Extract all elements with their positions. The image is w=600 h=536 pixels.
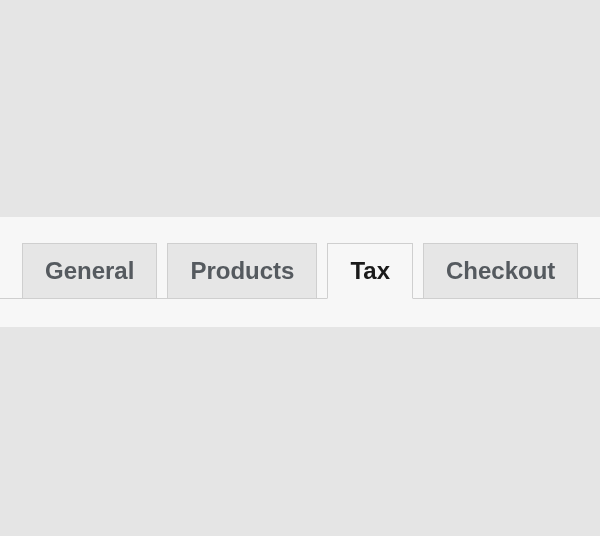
tab-checkout[interactable]: Checkout	[423, 243, 578, 299]
tabbar-panel: General Products Tax Checkout	[0, 217, 600, 327]
settings-screen: General Products Tax Checkout	[0, 0, 600, 536]
tab-general[interactable]: General	[22, 243, 157, 299]
tab-label: Checkout	[446, 259, 555, 283]
tab-label: Tax	[350, 259, 390, 283]
tabbar: General Products Tax Checkout	[22, 243, 600, 299]
tab-label: Products	[190, 259, 294, 283]
tab-tax[interactable]: Tax	[327, 243, 413, 299]
tab-products[interactable]: Products	[167, 243, 317, 299]
tab-label: General	[45, 259, 134, 283]
